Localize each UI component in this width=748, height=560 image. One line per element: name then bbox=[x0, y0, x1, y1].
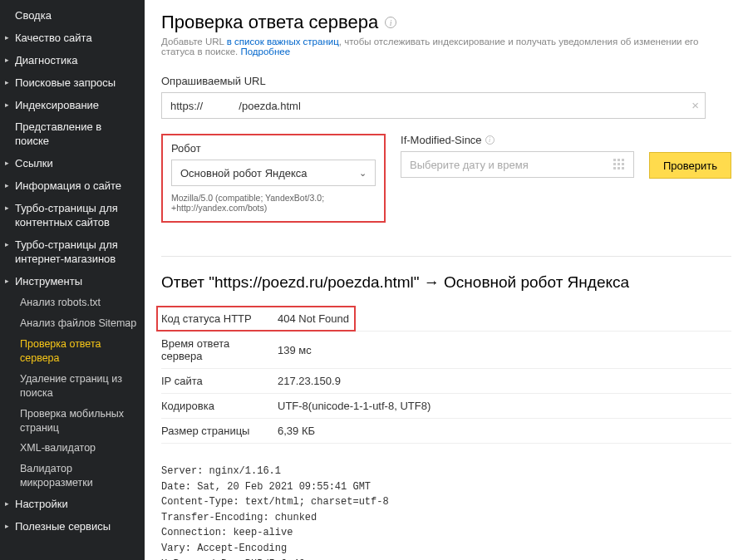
chevron-right-icon: ▸ bbox=[5, 101, 9, 111]
info-icon[interactable]: i bbox=[385, 17, 396, 28]
result-row: IP сайта217.23.150.9 bbox=[161, 369, 731, 394]
result-row: КодировкаUTF-8(unicode-1-1-utf-8, UTF8) bbox=[161, 394, 731, 419]
sidebar-item[interactable]: ▸Диагностика bbox=[0, 50, 145, 72]
sidebar-item[interactable]: ▸Ссылки bbox=[0, 153, 145, 175]
sidebar-item[interactable]: ▸Турбо-страницы для интернет-магазинов bbox=[0, 234, 145, 271]
sidebar-item[interactable]: Представление в поиске bbox=[0, 116, 145, 153]
result-value: UTF-8(unicode-1-1-utf-8, UTF8) bbox=[278, 394, 731, 419]
page-title: Проверка ответа сервера i bbox=[161, 12, 731, 33]
page-title-text: Проверка ответа сервера bbox=[161, 12, 378, 33]
sidebar-item[interactable]: ▸Настройки bbox=[0, 494, 145, 516]
result-key: Время ответа сервера bbox=[161, 332, 278, 369]
ifmod-placeholder: Выберите дату и время bbox=[410, 159, 529, 171]
ifmod-date-input[interactable]: Выберите дату и время bbox=[401, 151, 634, 178]
chevron-right-icon: ▸ bbox=[5, 33, 9, 43]
clear-icon[interactable]: × bbox=[691, 98, 699, 112]
response-headers: Server: nginx/1.16.1 Date: Sat, 20 Feb 2… bbox=[161, 464, 731, 560]
divider bbox=[161, 256, 731, 257]
sidebar-item[interactable]: Сводка bbox=[0, 5, 145, 27]
sidebar-item[interactable]: ▸Поисковые запросы bbox=[0, 72, 145, 95]
url-input[interactable] bbox=[161, 92, 706, 119]
result-row: Код статуса HTTP404 Not Found bbox=[161, 307, 731, 332]
sidebar-item[interactable]: ▸Информация о сайте bbox=[0, 175, 145, 198]
main-content: Проверка ответа сервера i Добавьте URL в… bbox=[145, 0, 748, 560]
result-heading: Ответ "https://poezd.ru/poezda.html" → О… bbox=[161, 273, 731, 292]
result-row: Размер страницы6,39 КБ bbox=[161, 419, 731, 444]
robot-label: Робот bbox=[171, 142, 376, 155]
sidebar-subitem[interactable]: Анализ robots.txt bbox=[0, 292, 145, 313]
chevron-right-icon: ▸ bbox=[5, 240, 9, 250]
calendar-icon bbox=[613, 159, 625, 170]
url-label: Опрашиваемый URL bbox=[161, 75, 731, 87]
result-value: 139 мс bbox=[278, 332, 731, 369]
ifmod-label: If-Modified-Since i bbox=[401, 134, 634, 146]
result-value: 404 Not Found bbox=[278, 307, 731, 332]
chevron-right-icon: ▸ bbox=[5, 159, 9, 169]
page-subtitle: Добавьте URL в список важных страниц, чт… bbox=[161, 37, 731, 56]
sidebar-subitem[interactable]: Анализ файлов Sitemap bbox=[0, 313, 145, 334]
learn-more-link[interactable]: Подробнее bbox=[240, 47, 290, 56]
result-key: Кодировка bbox=[161, 394, 278, 419]
result-value: 6,39 КБ bbox=[278, 419, 731, 444]
chevron-down-icon: ⌄ bbox=[359, 168, 367, 179]
result-key: Размер страницы bbox=[161, 419, 278, 444]
check-button[interactable]: Проверить bbox=[649, 152, 731, 179]
info-icon[interactable]: i bbox=[485, 135, 495, 145]
robot-section-highlight: Робот Основной робот Яндекса ⌄ Mozilla/5… bbox=[161, 134, 386, 223]
result-key: IP сайта bbox=[161, 369, 278, 394]
chevron-right-icon: ▸ bbox=[5, 499, 9, 509]
sidebar-item[interactable]: ▸Полезные сервисы bbox=[0, 516, 145, 538]
sidebar-subitem[interactable]: XML-валидатор bbox=[0, 438, 145, 459]
robot-select[interactable]: Основной робот Яндекса ⌄ bbox=[171, 160, 376, 186]
chevron-right-icon: ▸ bbox=[5, 522, 9, 532]
sidebar-subitem[interactable]: Проверка мобильных страниц bbox=[0, 404, 145, 439]
chevron-right-icon: ▸ bbox=[5, 277, 9, 287]
robot-select-value: Основной робот Яндекса bbox=[180, 167, 308, 179]
sidebar-item[interactable]: ▸Индексирование bbox=[0, 95, 145, 117]
sidebar-subitem[interactable]: Удаление страниц из поиска bbox=[0, 369, 145, 404]
chevron-right-icon: ▸ bbox=[5, 78, 9, 88]
chevron-right-icon: ▸ bbox=[5, 204, 9, 214]
sidebar: Сводка▸Качество сайта▸Диагностика▸Поиско… bbox=[0, 0, 145, 560]
sidebar-item[interactable]: ▸Инструменты bbox=[0, 271, 145, 293]
chevron-right-icon: ▸ bbox=[5, 181, 9, 191]
sidebar-subitem[interactable]: Валидатор микроразметки bbox=[0, 459, 145, 494]
user-agent-string: Mozilla/5.0 (compatible; YandexBot/3.0; … bbox=[171, 193, 376, 213]
sidebar-subitem[interactable]: Проверка ответа сервера bbox=[0, 334, 145, 369]
sidebar-item[interactable]: ▸Качество сайта bbox=[0, 27, 145, 50]
chevron-right-icon: ▸ bbox=[5, 56, 9, 66]
sidebar-item[interactable]: ▸Турбо-страницы для контентных сайтов bbox=[0, 198, 145, 234]
result-value: 217.23.150.9 bbox=[278, 369, 731, 394]
result-table: Код статуса HTTP404 Not FoundВремя ответ… bbox=[161, 307, 731, 444]
important-pages-link[interactable]: в список важных страниц bbox=[227, 37, 339, 47]
result-key: Код статуса HTTP bbox=[161, 307, 278, 332]
result-row: Время ответа сервера139 мс bbox=[161, 332, 731, 369]
